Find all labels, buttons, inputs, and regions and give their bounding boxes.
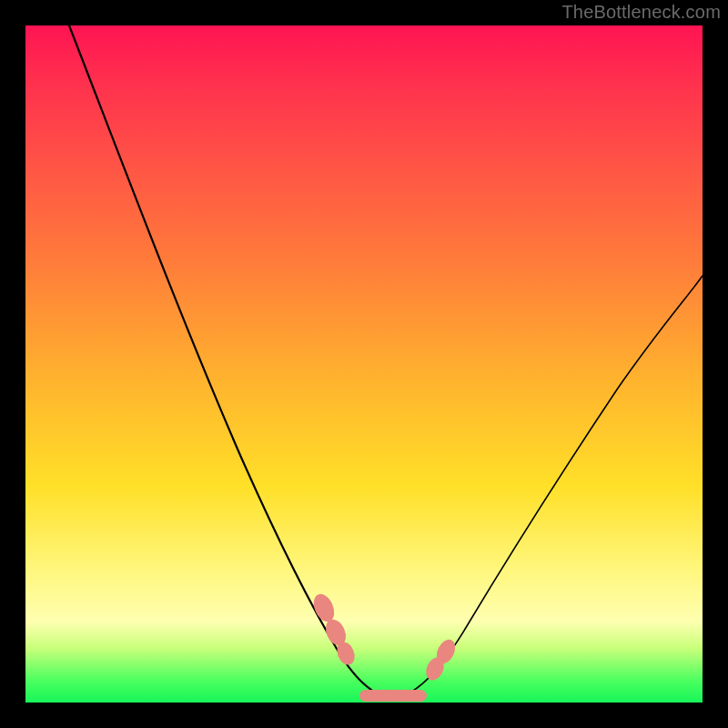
marker-trough-bar	[359, 690, 427, 702]
left-curve	[69, 25, 394, 699]
plot-area	[25, 25, 703, 703]
right-curve	[394, 276, 703, 699]
watermark-text: TheBottleneck.com	[561, 2, 721, 23]
chart-frame: TheBottleneck.com	[0, 0, 728, 728]
curve-layer	[25, 25, 703, 703]
